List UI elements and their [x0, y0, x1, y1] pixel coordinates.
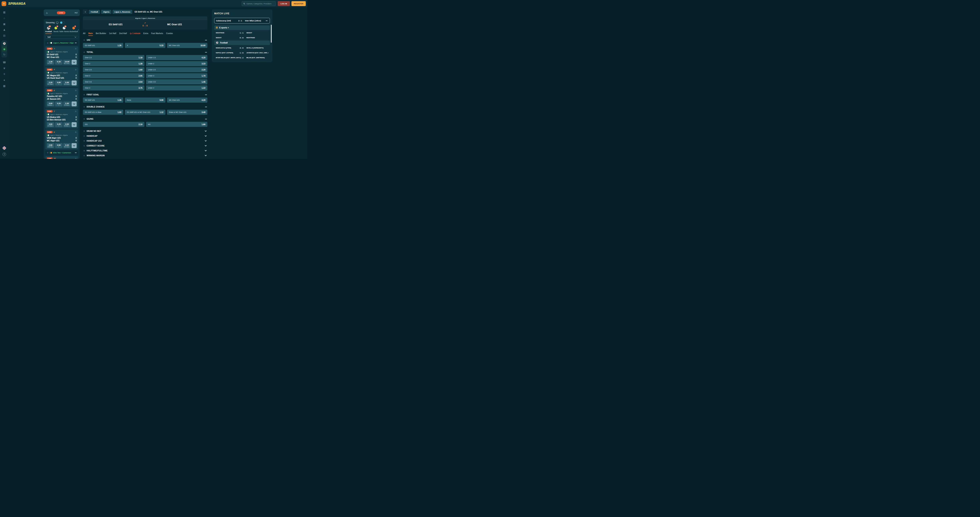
search-bar[interactable]: [242, 1, 276, 6]
market-header[interactable]: ☆WINNING MARGIN: [83, 154, 207, 157]
odds-button[interactable]: 2.30JS Saou...: [63, 101, 71, 106]
toggle-market-icon[interactable]: [205, 149, 207, 151]
odds-button[interactable]: 2.90USM Alg...: [47, 143, 54, 148]
toggle-market-icon[interactable]: [205, 135, 207, 137]
controller-icon[interactable]: ⚄: [2, 33, 7, 38]
odds-button[interactable]: Over 2.51.60: [83, 67, 145, 72]
toggle-market-icon[interactable]: [205, 40, 207, 40]
games-grid-icon[interactable]: ▦: [2, 10, 7, 15]
profile-icon[interactable]: ♟: [2, 27, 7, 32]
market-filter-select[interactable]: 1x2: [45, 36, 78, 38]
tab-bet-builder[interactable]: Bet Builder: [96, 32, 106, 35]
sports-icon[interactable]: ⚽: [2, 41, 7, 46]
streaming-toggle[interactable]: [60, 21, 65, 24]
odds-button[interactable]: 5.33X: [55, 60, 62, 65]
support-icon[interactable]: ☎: [2, 60, 7, 65]
odds-button[interactable]: Under 3.51.45: [146, 79, 208, 84]
toggle-market-icon[interactable]: [205, 154, 207, 156]
menu-button[interactable]: ≡: [2, 2, 6, 6]
odds-button[interactable]: Under 23.33: [146, 61, 208, 66]
toggle-market-icon[interactable]: [205, 95, 207, 95]
live-match-row[interactable]: NAPOLI (ECF_D1PSEN)1 : 0JUVENTUS (ECF_RU…: [214, 50, 270, 55]
tournaments-icon[interactable]: ♛: [2, 66, 7, 71]
collapse-icon[interactable]: [75, 152, 76, 153]
live-section-e-sports[interactable]: ⚄E-sports +: [214, 25, 270, 30]
odds-button[interactable]: NG1.66: [146, 122, 208, 127]
toggle-market-icon[interactable]: [205, 52, 207, 52]
more-markets-button[interactable]: [72, 143, 76, 148]
odds-button[interactable]: MC Oran U2110.00: [167, 43, 207, 48]
toggle-market-icon[interactable]: [205, 140, 207, 141]
sport-tab-basketball[interactable]: 7Basketball: [70, 26, 78, 34]
favorite-star-icon[interactable]: ☆: [83, 140, 85, 142]
odds-button[interactable]: Under 2.52.20: [146, 67, 208, 72]
match-card[interactable]: LIVE83'☆: [45, 156, 78, 159]
odds-button[interactable]: 3.00Paradou ...: [47, 101, 54, 106]
live-section-football[interactable]: ⚽Football: [214, 41, 270, 45]
help-icon[interactable]: ?: [3, 152, 6, 156]
search-input[interactable]: [247, 3, 274, 5]
market-header[interactable]: ☆HANDICAP: [83, 134, 207, 138]
toggle-market-icon[interactable]: [205, 107, 207, 107]
market-header[interactable]: ☆FIRST GOAL: [83, 93, 207, 97]
register-button[interactable]: REGISTER: [291, 1, 306, 6]
favorite-star-icon[interactable]: ☆: [83, 154, 85, 157]
odds-button[interactable]: ES Sétif U21 or MC Oran U211.12: [125, 109, 165, 115]
match-card[interactable]: LIVE4'☆Ligue 1, Reserves • AlgeriaNC Mag…: [45, 67, 78, 87]
odds-button[interactable]: 3.20X: [55, 101, 62, 106]
logo[interactable]: SPINANGA: [8, 2, 25, 5]
odds-button[interactable]: 2.20NC Magr...: [47, 81, 54, 86]
briefcase-icon[interactable]: ▣: [2, 21, 7, 27]
sport-tab-tennis[interactable]: 6Tennis: [53, 26, 59, 34]
market-header[interactable]: ☆HALFTIME/FULLTIME: [83, 149, 207, 152]
favorite-star-icon[interactable]: ☆: [47, 152, 49, 154]
login-button[interactable]: LOG IN: [278, 1, 290, 6]
market-header[interactable]: ☆TOTAL: [83, 50, 207, 54]
table-games-icon[interactable]: ♠: [2, 77, 7, 82]
sort-az-button[interactable]: A-Z: [75, 12, 78, 14]
sport-tab-football[interactable]: ⚽42Football: [45, 26, 52, 34]
odds-button[interactable]: Over 43.75: [83, 86, 145, 90]
live-match-row[interactable]: INTER MILAN (ECF_WHITE_BOY1927)3 : 2MILA…: [214, 55, 270, 60]
market-header[interactable]: ☆DOUBLE CHANCE: [83, 105, 207, 109]
sport-tab-table-tennis[interactable]: 13Table Tennis: [60, 26, 68, 34]
odds-button[interactable]: Draw or MC Oran U213.40: [167, 109, 207, 115]
odds-button[interactable]: 2.22MC Alge...: [63, 143, 71, 148]
favorite-star-icon[interactable]: ☆: [83, 150, 85, 152]
favorite-star-icon[interactable]: ☆: [75, 89, 76, 92]
back-button[interactable]: ‹: [83, 10, 88, 14]
match-card[interactable]: LIVE1'☆Ligue 1, Reserves • AlgeriaUS Bis…: [45, 109, 78, 128]
more-markets-button[interactable]: [72, 60, 76, 65]
breadcrumb-algeria[interactable]: Algeria: [101, 10, 111, 14]
match-card[interactable]: LIVE6'☆Ligue 1, Reserves • AlgeriaUSM Al…: [45, 130, 78, 149]
featured-match-row[interactable]: Galatasaray (Sef) 2 : 1 Inter Milan (Jek…: [214, 18, 270, 24]
favorite-star-icon[interactable]: ☆: [83, 135, 85, 137]
favorite-star-icon[interactable]: ☆: [75, 157, 76, 159]
match-card[interactable]: LIVE7'☆Ligue 1, Reserves • AlgeriaES Sét…: [45, 46, 78, 66]
odds-button[interactable]: 10.00MC Oran...: [63, 60, 71, 65]
favorite-star-icon[interactable]: ☆: [83, 118, 85, 120]
odds-button[interactable]: 3.00X: [55, 81, 62, 86]
chevron-right-icon[interactable]: ›: [78, 28, 79, 31]
tab-extra[interactable]: Extra: [143, 32, 148, 35]
tab-main[interactable]: Main: [88, 32, 93, 36]
tab-1-minute[interactable]: ◷1 minute: [130, 32, 140, 35]
odds-button[interactable]: 3.30US Oued...: [63, 81, 71, 86]
tab-fast-markets[interactable]: Fast Markets: [151, 32, 163, 35]
live-filter-badge[interactable]: LIVE: [57, 11, 65, 14]
odds-button[interactable]: MC Oran U214.20: [167, 98, 207, 103]
odds-button[interactable]: Over 32.05: [83, 73, 145, 78]
odds-button[interactable]: 3.25X: [55, 122, 62, 127]
casino-icon[interactable]: ⌂: [2, 16, 7, 21]
tab-1st-half[interactable]: 1st Half: [109, 32, 116, 35]
favorite-star-icon[interactable]: ☆: [47, 42, 49, 44]
favorite-star-icon[interactable]: ☆: [83, 106, 85, 108]
home-icon[interactable]: ⌂: [46, 11, 48, 14]
more-markets-button[interactable]: [72, 122, 76, 127]
live-match-row[interactable]: NIGHTRAID1 : 1SEIGHT: [214, 30, 270, 35]
more-markets-button[interactable]: [72, 101, 76, 106]
league-header-elite-two-cameroon[interactable]: ☆Elite Two • Cameroon: [45, 151, 78, 155]
odds-button[interactable]: 3.60US Biskr...: [47, 122, 54, 127]
odds-button[interactable]: ES Sétif U21 or draw1.02: [83, 109, 123, 115]
promotions-icon[interactable]: ⚜: [2, 71, 7, 76]
